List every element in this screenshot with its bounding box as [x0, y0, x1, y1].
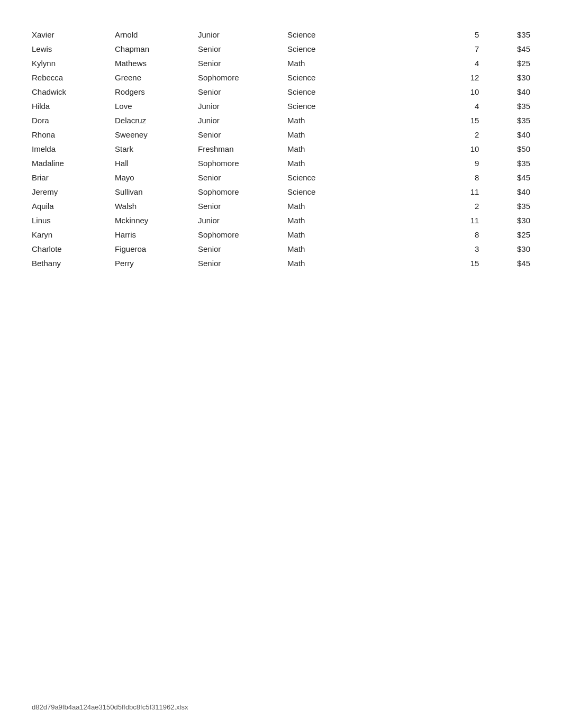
cell-num: 2 — [428, 128, 479, 142]
cell-first: Xavier — [32, 28, 115, 42]
table-container: XavierArnoldJuniorScience5$35LewisChapma… — [0, 0, 562, 270]
cell-subject: Math — [287, 156, 428, 170]
cell-subject: Science — [287, 42, 428, 56]
cell-year: Senior — [198, 85, 287, 99]
cell-num: 7 — [428, 42, 479, 56]
table-row: BriarMayoSeniorScience8$45 — [32, 170, 530, 185]
cell-price: $50 — [479, 142, 530, 156]
cell-year: Sophomore — [198, 156, 287, 170]
cell-num: 12 — [428, 70, 479, 85]
cell-year: Junior — [198, 113, 287, 128]
cell-year: Sophomore — [198, 228, 287, 242]
cell-year: Sophomore — [198, 185, 287, 199]
cell-year: Sophomore — [198, 70, 287, 85]
data-table: XavierArnoldJuniorScience5$35LewisChapma… — [32, 28, 530, 270]
cell-year: Freshman — [198, 142, 287, 156]
cell-num: 11 — [428, 213, 479, 228]
cell-last: Greene — [115, 70, 198, 85]
cell-price: $45 — [479, 42, 530, 56]
cell-last: Perry — [115, 256, 198, 270]
cell-first: Dora — [32, 113, 115, 128]
cell-price: $35 — [479, 199, 530, 213]
cell-first: Charlote — [32, 242, 115, 256]
cell-first: Lewis — [32, 42, 115, 56]
cell-price: $35 — [479, 156, 530, 170]
cell-last: Mathews — [115, 56, 198, 70]
table-row: LewisChapmanSeniorScience7$45 — [32, 42, 530, 56]
cell-subject: Science — [287, 170, 428, 185]
table-row: CharloteFigueroaSeniorMath3$30 — [32, 242, 530, 256]
cell-first: Jeremy — [32, 185, 115, 199]
cell-last: Harris — [115, 228, 198, 242]
cell-price: $30 — [479, 70, 530, 85]
cell-last: Sweeney — [115, 128, 198, 142]
cell-first: Chadwick — [32, 85, 115, 99]
cell-first: Briar — [32, 170, 115, 185]
cell-num: 8 — [428, 228, 479, 242]
table-row: KylynnMathewsSeniorMath4$25 — [32, 56, 530, 70]
table-row: BethanyPerrySeniorMath15$45 — [32, 256, 530, 270]
cell-last: Walsh — [115, 199, 198, 213]
cell-first: Rhona — [32, 128, 115, 142]
cell-last: Chapman — [115, 42, 198, 56]
table-row: ChadwickRodgersSeniorScience10$40 — [32, 85, 530, 99]
cell-last: Mckinney — [115, 213, 198, 228]
cell-first: Karyn — [32, 228, 115, 242]
cell-subject: Math — [287, 199, 428, 213]
cell-first: Aquila — [32, 199, 115, 213]
cell-last: Delacruz — [115, 113, 198, 128]
cell-price: $25 — [479, 228, 530, 242]
cell-subject: Math — [287, 256, 428, 270]
table-row: AquilaWalshSeniorMath2$35 — [32, 199, 530, 213]
table-row: RebeccaGreeneSophomoreScience12$30 — [32, 70, 530, 85]
footer-filename: d82d79a9fb4aa124ae3150d5ffdbc8fc5f311962… — [32, 703, 188, 711]
cell-subject: Math — [287, 213, 428, 228]
cell-first: Bethany — [32, 256, 115, 270]
cell-price: $35 — [479, 99, 530, 113]
cell-price: $45 — [479, 256, 530, 270]
cell-first: Kylynn — [32, 56, 115, 70]
cell-subject: Math — [287, 228, 428, 242]
cell-num: 10 — [428, 142, 479, 156]
cell-price: $40 — [479, 185, 530, 199]
table-row: LinusMckinneyJuniorMath11$30 — [32, 213, 530, 228]
cell-price: $30 — [479, 242, 530, 256]
cell-last: Sullivan — [115, 185, 198, 199]
cell-price: $35 — [479, 28, 530, 42]
cell-last: Rodgers — [115, 85, 198, 99]
cell-num: 9 — [428, 156, 479, 170]
cell-num: 11 — [428, 185, 479, 199]
cell-first: Madaline — [32, 156, 115, 170]
table-row: RhonaSweeneySeniorMath2$40 — [32, 128, 530, 142]
cell-last: Arnold — [115, 28, 198, 42]
cell-first: Hilda — [32, 99, 115, 113]
cell-subject: Science — [287, 185, 428, 199]
cell-first: Linus — [32, 213, 115, 228]
cell-year: Senior — [198, 128, 287, 142]
cell-first: Rebecca — [32, 70, 115, 85]
cell-num: 4 — [428, 99, 479, 113]
cell-price: $35 — [479, 113, 530, 128]
cell-subject: Math — [287, 242, 428, 256]
cell-year: Senior — [198, 256, 287, 270]
cell-num: 8 — [428, 170, 479, 185]
cell-year: Senior — [198, 42, 287, 56]
table-row: JeremySullivanSophomoreScience11$40 — [32, 185, 530, 199]
cell-subject: Science — [287, 99, 428, 113]
cell-price: $45 — [479, 170, 530, 185]
cell-year: Senior — [198, 56, 287, 70]
cell-last: Hall — [115, 156, 198, 170]
cell-year: Senior — [198, 170, 287, 185]
cell-year: Junior — [198, 99, 287, 113]
cell-num: 15 — [428, 256, 479, 270]
cell-subject: Science — [287, 70, 428, 85]
table-row: ImeldaStarkFreshmanMath10$50 — [32, 142, 530, 156]
cell-num: 10 — [428, 85, 479, 99]
cell-first: Imelda — [32, 142, 115, 156]
cell-last: Stark — [115, 142, 198, 156]
table-row: XavierArnoldJuniorScience5$35 — [32, 28, 530, 42]
cell-year: Junior — [198, 28, 287, 42]
cell-price: $40 — [479, 128, 530, 142]
table-row: KarynHarrisSophomoreMath8$25 — [32, 228, 530, 242]
cell-price: $40 — [479, 85, 530, 99]
